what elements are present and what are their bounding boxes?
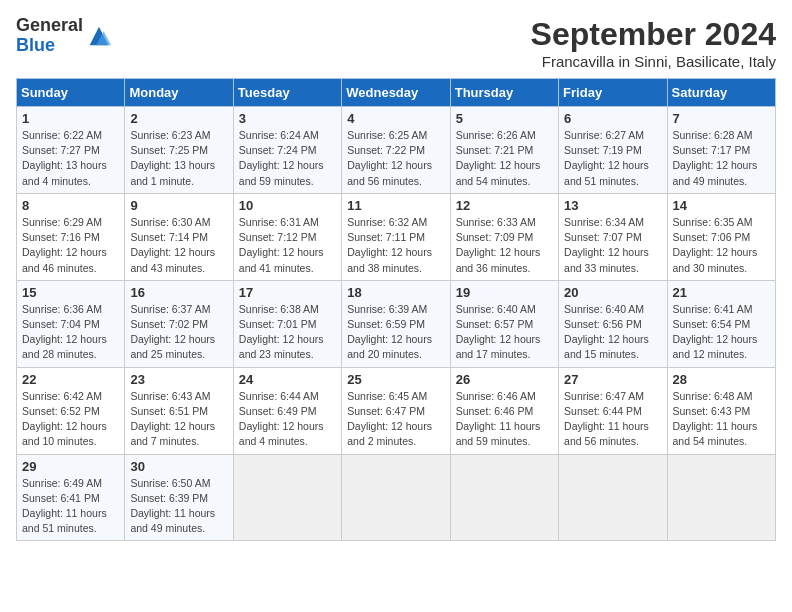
calendar-cell: 11Sunrise: 6:32 AM Sunset: 7:11 PM Dayli… [342, 193, 450, 280]
day-info: Sunrise: 6:36 AM Sunset: 7:04 PM Dayligh… [22, 302, 119, 363]
day-number: 29 [22, 459, 119, 474]
day-number: 8 [22, 198, 119, 213]
title-block: September 2024 Francavilla in Sinni, Bas… [531, 16, 776, 70]
calendar-cell: 18Sunrise: 6:39 AM Sunset: 6:59 PM Dayli… [342, 280, 450, 367]
day-info: Sunrise: 6:26 AM Sunset: 7:21 PM Dayligh… [456, 128, 553, 189]
day-info: Sunrise: 6:44 AM Sunset: 6:49 PM Dayligh… [239, 389, 336, 450]
day-number: 22 [22, 372, 119, 387]
calendar-cell: 16Sunrise: 6:37 AM Sunset: 7:02 PM Dayli… [125, 280, 233, 367]
weekday-header: Sunday [17, 79, 125, 107]
calendar-cell: 19Sunrise: 6:40 AM Sunset: 6:57 PM Dayli… [450, 280, 558, 367]
day-number: 25 [347, 372, 444, 387]
day-number: 10 [239, 198, 336, 213]
day-info: Sunrise: 6:31 AM Sunset: 7:12 PM Dayligh… [239, 215, 336, 276]
calendar-cell: 4Sunrise: 6:25 AM Sunset: 7:22 PM Daylig… [342, 107, 450, 194]
calendar-cell: 5Sunrise: 6:26 AM Sunset: 7:21 PM Daylig… [450, 107, 558, 194]
calendar-week-row: 29Sunrise: 6:49 AM Sunset: 6:41 PM Dayli… [17, 454, 776, 541]
logo: General Blue [16, 16, 113, 56]
day-number: 2 [130, 111, 227, 126]
day-info: Sunrise: 6:42 AM Sunset: 6:52 PM Dayligh… [22, 389, 119, 450]
day-info: Sunrise: 6:50 AM Sunset: 6:39 PM Dayligh… [130, 476, 227, 537]
day-number: 15 [22, 285, 119, 300]
calendar-cell: 29Sunrise: 6:49 AM Sunset: 6:41 PM Dayli… [17, 454, 125, 541]
weekday-header: Wednesday [342, 79, 450, 107]
calendar-week-row: 15Sunrise: 6:36 AM Sunset: 7:04 PM Dayli… [17, 280, 776, 367]
day-info: Sunrise: 6:30 AM Sunset: 7:14 PM Dayligh… [130, 215, 227, 276]
calendar-cell: 7Sunrise: 6:28 AM Sunset: 7:17 PM Daylig… [667, 107, 775, 194]
calendar-table: SundayMondayTuesdayWednesdayThursdayFrid… [16, 78, 776, 541]
day-number: 1 [22, 111, 119, 126]
calendar-cell: 17Sunrise: 6:38 AM Sunset: 7:01 PM Dayli… [233, 280, 341, 367]
calendar-cell [559, 454, 667, 541]
day-number: 7 [673, 111, 770, 126]
day-number: 18 [347, 285, 444, 300]
day-number: 27 [564, 372, 661, 387]
day-info: Sunrise: 6:28 AM Sunset: 7:17 PM Dayligh… [673, 128, 770, 189]
day-info: Sunrise: 6:32 AM Sunset: 7:11 PM Dayligh… [347, 215, 444, 276]
day-number: 24 [239, 372, 336, 387]
weekday-header: Saturday [667, 79, 775, 107]
calendar-cell: 25Sunrise: 6:45 AM Sunset: 6:47 PM Dayli… [342, 367, 450, 454]
day-info: Sunrise: 6:37 AM Sunset: 7:02 PM Dayligh… [130, 302, 227, 363]
day-info: Sunrise: 6:24 AM Sunset: 7:24 PM Dayligh… [239, 128, 336, 189]
calendar-cell: 21Sunrise: 6:41 AM Sunset: 6:54 PM Dayli… [667, 280, 775, 367]
day-info: Sunrise: 6:33 AM Sunset: 7:09 PM Dayligh… [456, 215, 553, 276]
day-info: Sunrise: 6:29 AM Sunset: 7:16 PM Dayligh… [22, 215, 119, 276]
day-number: 16 [130, 285, 227, 300]
page-header: General Blue September 2024 Francavilla … [16, 16, 776, 70]
day-number: 6 [564, 111, 661, 126]
calendar-week-row: 22Sunrise: 6:42 AM Sunset: 6:52 PM Dayli… [17, 367, 776, 454]
calendar-cell [450, 454, 558, 541]
day-info: Sunrise: 6:40 AM Sunset: 6:56 PM Dayligh… [564, 302, 661, 363]
day-number: 17 [239, 285, 336, 300]
day-number: 26 [456, 372, 553, 387]
calendar-cell [667, 454, 775, 541]
month-title: September 2024 [531, 16, 776, 53]
day-info: Sunrise: 6:34 AM Sunset: 7:07 PM Dayligh… [564, 215, 661, 276]
day-number: 19 [456, 285, 553, 300]
day-info: Sunrise: 6:25 AM Sunset: 7:22 PM Dayligh… [347, 128, 444, 189]
day-info: Sunrise: 6:45 AM Sunset: 6:47 PM Dayligh… [347, 389, 444, 450]
calendar-cell: 3Sunrise: 6:24 AM Sunset: 7:24 PM Daylig… [233, 107, 341, 194]
day-number: 14 [673, 198, 770, 213]
day-number: 23 [130, 372, 227, 387]
weekday-header: Tuesday [233, 79, 341, 107]
calendar-week-row: 8Sunrise: 6:29 AM Sunset: 7:16 PM Daylig… [17, 193, 776, 280]
day-number: 5 [456, 111, 553, 126]
day-info: Sunrise: 6:40 AM Sunset: 6:57 PM Dayligh… [456, 302, 553, 363]
day-number: 4 [347, 111, 444, 126]
location-subtitle: Francavilla in Sinni, Basilicate, Italy [531, 53, 776, 70]
calendar-cell: 24Sunrise: 6:44 AM Sunset: 6:49 PM Dayli… [233, 367, 341, 454]
day-info: Sunrise: 6:38 AM Sunset: 7:01 PM Dayligh… [239, 302, 336, 363]
logo-general: General [16, 16, 83, 36]
day-number: 3 [239, 111, 336, 126]
calendar-cell: 28Sunrise: 6:48 AM Sunset: 6:43 PM Dayli… [667, 367, 775, 454]
calendar-cell: 9Sunrise: 6:30 AM Sunset: 7:14 PM Daylig… [125, 193, 233, 280]
weekday-header: Friday [559, 79, 667, 107]
calendar-cell: 1Sunrise: 6:22 AM Sunset: 7:27 PM Daylig… [17, 107, 125, 194]
calendar-cell: 20Sunrise: 6:40 AM Sunset: 6:56 PM Dayli… [559, 280, 667, 367]
day-number: 30 [130, 459, 227, 474]
calendar-cell: 30Sunrise: 6:50 AM Sunset: 6:39 PM Dayli… [125, 454, 233, 541]
weekday-header: Monday [125, 79, 233, 107]
day-number: 13 [564, 198, 661, 213]
day-info: Sunrise: 6:23 AM Sunset: 7:25 PM Dayligh… [130, 128, 227, 189]
calendar-cell: 15Sunrise: 6:36 AM Sunset: 7:04 PM Dayli… [17, 280, 125, 367]
day-number: 28 [673, 372, 770, 387]
day-info: Sunrise: 6:22 AM Sunset: 7:27 PM Dayligh… [22, 128, 119, 189]
weekday-header: Thursday [450, 79, 558, 107]
day-number: 20 [564, 285, 661, 300]
calendar-cell: 10Sunrise: 6:31 AM Sunset: 7:12 PM Dayli… [233, 193, 341, 280]
calendar-cell: 14Sunrise: 6:35 AM Sunset: 7:06 PM Dayli… [667, 193, 775, 280]
calendar-cell: 6Sunrise: 6:27 AM Sunset: 7:19 PM Daylig… [559, 107, 667, 194]
logo-blue: Blue [16, 36, 83, 56]
day-info: Sunrise: 6:41 AM Sunset: 6:54 PM Dayligh… [673, 302, 770, 363]
calendar-cell: 26Sunrise: 6:46 AM Sunset: 6:46 PM Dayli… [450, 367, 558, 454]
calendar-cell [342, 454, 450, 541]
day-info: Sunrise: 6:39 AM Sunset: 6:59 PM Dayligh… [347, 302, 444, 363]
day-number: 11 [347, 198, 444, 213]
day-info: Sunrise: 6:47 AM Sunset: 6:44 PM Dayligh… [564, 389, 661, 450]
calendar-cell: 27Sunrise: 6:47 AM Sunset: 6:44 PM Dayli… [559, 367, 667, 454]
calendar-week-row: 1Sunrise: 6:22 AM Sunset: 7:27 PM Daylig… [17, 107, 776, 194]
calendar-cell: 22Sunrise: 6:42 AM Sunset: 6:52 PM Dayli… [17, 367, 125, 454]
